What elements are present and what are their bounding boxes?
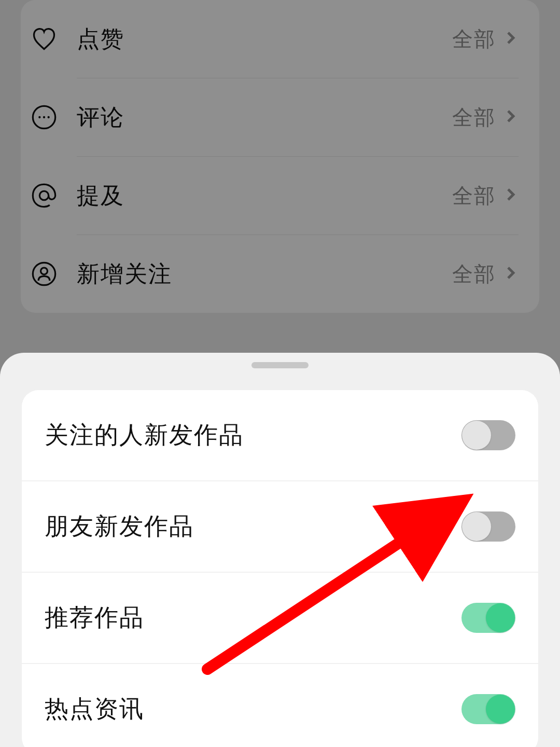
toggle-followed-new-posts[interactable] — [461, 420, 515, 450]
option-label: 推荐作品 — [45, 602, 144, 634]
toggle-recommended-posts[interactable] — [461, 603, 515, 633]
option-row-friend-new-posts: 朋友新发作品 — [22, 481, 538, 572]
option-row-hot-news: 热点资讯 — [22, 664, 538, 747]
toggle-friend-new-posts[interactable] — [461, 511, 515, 542]
option-row-recommended-posts: 推荐作品 — [22, 573, 538, 663]
sheet-grabber[interactable] — [251, 362, 309, 368]
option-row-followed-new-posts: 关注的人新发作品 — [22, 390, 538, 480]
option-label: 热点资讯 — [45, 693, 144, 725]
sheet-options-card: 关注的人新发作品 朋友新发作品 推荐作品 热点资讯 — [22, 390, 538, 747]
option-label: 朋友新发作品 — [45, 510, 194, 543]
toggle-hot-news[interactable] — [461, 694, 515, 724]
option-label: 关注的人新发作品 — [45, 419, 244, 451]
bottom-sheet: 关注的人新发作品 朋友新发作品 推荐作品 热点资讯 — [0, 353, 560, 747]
